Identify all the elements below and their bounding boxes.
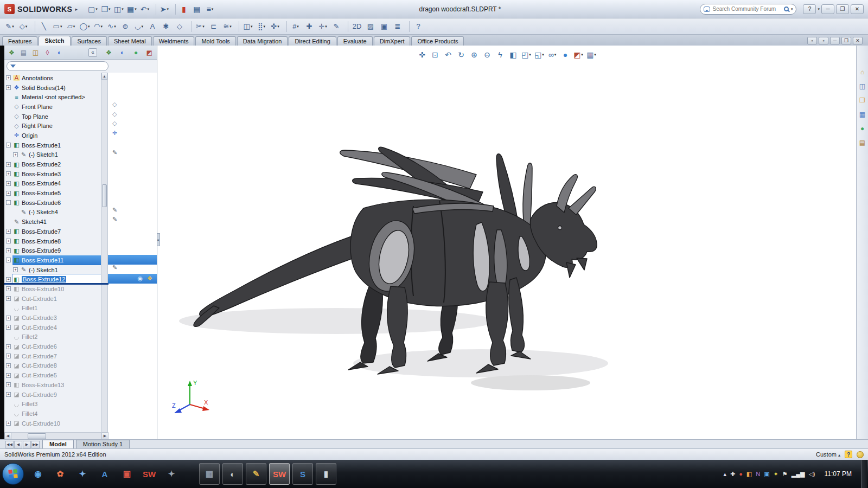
tab-motion-study-1[interactable]: Motion Study 1 (76, 440, 130, 448)
expand-toggle[interactable]: - (6, 143, 11, 147)
appearances-scenes-icon[interactable]: ● (858, 124, 867, 133)
file-explorer-icon[interactable]: ❒ (858, 95, 867, 105)
tree-item-boss-extrude1[interactable]: - ◧ Boss-Extrude1 (4, 140, 101, 150)
view-settings-icon[interactable]: ▦ ▾ (585, 49, 597, 61)
pane-splitter-handle[interactable]: ◂▸ (157, 233, 160, 246)
filter-input[interactable] (18, 63, 105, 69)
hide-show-items-icon[interactable]: ∞ ▾ (546, 49, 558, 61)
shaded-sketch-contours-tool[interactable]: ▨ (364, 20, 377, 33)
maximize-button[interactable]: ❐ (836, 4, 849, 14)
smart-dimension-tool[interactable]: ◇ ▾ (17, 20, 30, 33)
tab-data-migration[interactable]: Data Migration (237, 36, 288, 46)
centerpoint-arc-tool[interactable]: ◠ ▾ (92, 20, 105, 33)
expand-toggle[interactable]: + (6, 75, 11, 80)
sketch-picture-tool[interactable]: ▣ (378, 20, 391, 33)
tree-item-boss-extrude8[interactable]: + ◧ Boss-Extrude8 (4, 236, 101, 246)
taskbar-browser-icon[interactable]: ◉ (28, 463, 48, 485)
expand-toggle[interactable]: + (6, 296, 11, 301)
taskbar-app-console[interactable]: ▮ (316, 463, 336, 485)
tab-features[interactable]: Features (2, 36, 37, 46)
taskbar-app-solidworks[interactable]: SW (269, 463, 290, 485)
tray-warning-icon[interactable]: ◧ (746, 471, 752, 477)
expand-toggle[interactable]: + (13, 267, 18, 272)
display-delete-relations-tool[interactable]: # ▾ (289, 20, 302, 33)
section-view-icon[interactable]: ◧ (507, 49, 519, 61)
search-options-arrow-icon[interactable]: ▾ (791, 7, 793, 11)
display-state-icon[interactable]: ❖ (147, 275, 152, 281)
propertymanager-tab[interactable]: ▤ (18, 47, 29, 57)
view-orientation-icon[interactable]: ◰ ▾ (520, 49, 532, 61)
expand-toggle[interactable]: + (6, 239, 11, 243)
taskbar-app-viewer[interactable]: ◐ (222, 463, 243, 485)
taskbar-app-editor[interactable]: ✎ (246, 463, 266, 485)
show-desktop-button[interactable] (861, 460, 867, 488)
scroll-up-icon[interactable]: ▲ (101, 73, 107, 80)
scroll-right-icon[interactable]: ▶ (101, 433, 108, 440)
tree-item-cut-extrude6[interactable]: + ◪ Cut-Extrude6 (4, 342, 101, 351)
tree-item-cut-extrude10[interactable]: + ◪ Cut-Extrude10 (4, 419, 101, 428)
tree-horizontal-scrollbar[interactable]: ◀ ▶ (4, 432, 108, 439)
open-button[interactable]: ❒ ▾ (99, 3, 112, 16)
expand-toggle[interactable]: - (6, 258, 11, 262)
configurationmanager-tab[interactable]: ◫ (30, 47, 41, 57)
tree-item-fillet3[interactable]: ◡ Fillet3 (4, 399, 101, 409)
community-search[interactable]: ▾ (700, 4, 796, 15)
expand-toggle[interactable]: + (13, 152, 18, 157)
tree-item-fillet2[interactable]: ◡ Fillet2 (4, 332, 101, 342)
tree-item-cut-extrude1[interactable]: + ◪ Cut-Extrude1 (4, 294, 101, 304)
tree-item-fillet4[interactable]: ◡ Fillet4 (4, 409, 101, 419)
pane2-appearances-tab[interactable]: ● (131, 47, 141, 57)
expand-toggle[interactable]: + (6, 85, 11, 90)
expand-toggle[interactable]: + (6, 277, 11, 282)
circle-tool[interactable]: ◯ ▾ (78, 20, 91, 33)
tab-sketch[interactable]: Sketch (39, 36, 70, 46)
expand-toggle[interactable]: + (6, 354, 11, 358)
print-button[interactable]: ▦ ▾ (125, 3, 138, 16)
tree-item-boss-extrude5[interactable]: + ◧ Boss-Extrude5 (4, 188, 101, 198)
move-entities-tool[interactable]: ✜ ▾ (269, 20, 282, 33)
tree-item-boss-extrude13[interactable]: + ◧ Boss-Extrude13 (4, 380, 101, 390)
tray-flag-icon[interactable]: ⚑ (782, 471, 788, 477)
undo-button[interactable]: ↶ ▾ (138, 3, 151, 16)
apply-scene-icon[interactable]: ◩ ▾ (572, 49, 584, 61)
dragon-model[interactable] (157, 46, 856, 439)
tray-antivirus-icon[interactable]: ● (739, 471, 743, 477)
expand-toggle[interactable]: + (6, 325, 11, 330)
expand-toggle[interactable]: + (6, 316, 11, 320)
home-icon[interactable]: ⌂ (858, 67, 867, 77)
hscrollbar-thumb[interactable] (28, 433, 46, 439)
tree-item-boss-extrude11[interactable]: - ◧ Boss-Extrude11 (4, 255, 101, 265)
expand-toggle[interactable]: + (6, 344, 11, 349)
zoom-to-area-icon[interactable]: ⊡ (429, 49, 441, 61)
search-input[interactable] (712, 6, 781, 12)
rebuild-button[interactable]: ▮ (177, 3, 190, 16)
restore-document-button[interactable]: ❐ (841, 37, 851, 44)
tab-nav-last[interactable]: ▶▶ (31, 441, 40, 448)
units-selector[interactable]: Custom ▴ (816, 451, 840, 458)
tree-scrollbar[interactable]: ▲ ▼ (101, 73, 108, 439)
rollback-bar[interactable] (4, 283, 108, 285)
hidden-icons-button[interactable]: ▴ (723, 471, 726, 477)
select-button[interactable]: ➤ ▾ (158, 3, 171, 16)
line-tool[interactable]: ╲ (37, 20, 50, 33)
expand-toggle[interactable]: + (6, 363, 11, 368)
file-properties-button[interactable]: ▤ (190, 3, 203, 16)
tree-item-boss-extrude3[interactable]: + ◧ Boss-Extrude3 (4, 169, 101, 179)
point-tool[interactable]: ✱ (159, 20, 173, 33)
tray-network-icon[interactable]: ▂▄▆ (792, 471, 805, 477)
minimize-document-button[interactable]: ─ (830, 37, 840, 44)
tray-update-icon[interactable]: ✚ (730, 471, 735, 477)
taskbar-word-icon[interactable]: A (94, 463, 115, 485)
taskbar-clock[interactable]: 11:07 PM (819, 470, 857, 478)
expand-toggle[interactable]: + (6, 171, 11, 176)
graphics-area[interactable]: ◂▸ ✜ ⊡ ↶ ↻ ⊕ (157, 46, 856, 439)
options-button[interactable]: ≡ ▾ (203, 3, 216, 16)
plane-tool[interactable]: ◇ (173, 20, 186, 33)
appearance-icon[interactable]: ◉ (138, 275, 143, 281)
pane2-selection-bar[interactable]: ◉ ❖ (108, 274, 157, 284)
tree-item-cut-extrude3[interactable]: + ◪ Cut-Extrude3 (4, 313, 101, 323)
tree-item-right-plane[interactable]: ◇ Right Plane (4, 121, 101, 131)
tab-dimxpert[interactable]: DimXpert (374, 36, 411, 46)
solidworks-menu[interactable]: S SOLIDWORKS ▸ (4, 4, 78, 14)
tree-item-cut-extrude8[interactable]: + ◪ Cut-Extrude8 (4, 361, 101, 371)
